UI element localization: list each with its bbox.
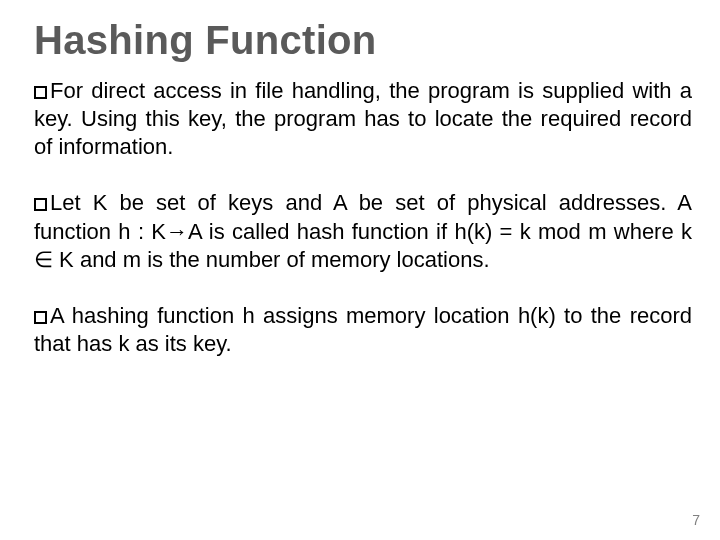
paragraph-1: For direct access in file handling, the … — [34, 77, 692, 161]
page-number: 7 — [692, 512, 700, 528]
p3-rest: hashing function h assigns memory locati… — [34, 303, 692, 356]
p1-rest: direct access in file handling, the prog… — [34, 78, 692, 159]
bullet-icon — [34, 86, 47, 99]
p2-lead: Let — [50, 190, 81, 215]
bullet-icon — [34, 311, 47, 324]
bullet-icon — [34, 198, 47, 211]
p1-lead: For — [50, 78, 83, 103]
p3-lead: A — [50, 303, 63, 328]
p2-rest-b: A is called hash function if h(k) = k mo… — [188, 219, 692, 244]
slide: Hashing Function For direct access in fi… — [0, 0, 720, 540]
element-of-symbol: ∈ — [34, 247, 53, 272]
paragraph-2: Let K be set of keys and A be set of phy… — [34, 189, 692, 273]
slide-body: For direct access in file handling, the … — [34, 77, 692, 358]
p2-rest-c: K and m is the number of memory location… — [53, 247, 490, 272]
slide-title: Hashing Function — [34, 18, 692, 63]
arrow-symbol: → — [166, 219, 188, 244]
paragraph-3: A hashing function h assigns memory loca… — [34, 302, 692, 358]
